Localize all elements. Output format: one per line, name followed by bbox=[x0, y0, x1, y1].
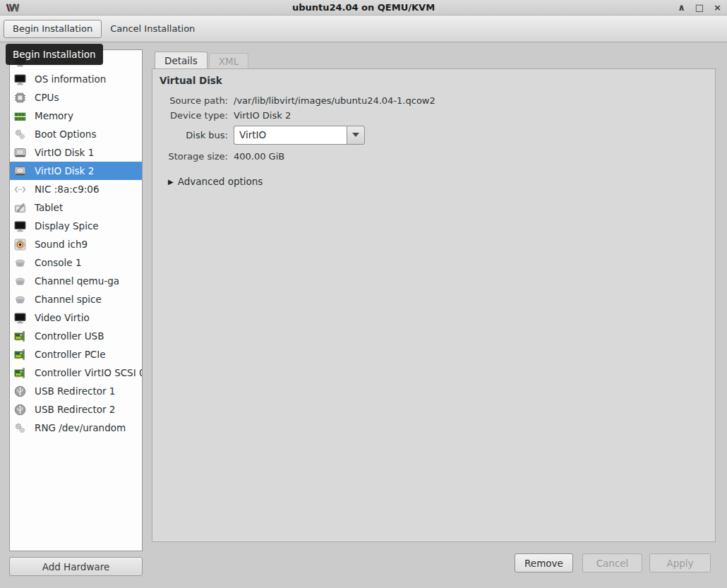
sidebar-item-label: Display Spice bbox=[35, 220, 99, 232]
sidebar-item-label: Sound ich9 bbox=[35, 239, 88, 250]
device-type-row: Device type: VirtIO Disk 2 bbox=[160, 108, 708, 123]
sidebar-item-label: VirtIO Disk 2 bbox=[35, 165, 94, 176]
sidebar-item-controller-virtio-scsi-0[interactable]: Controller VirtIO SCSI 0 bbox=[10, 364, 142, 382]
sidebar-item-cpus[interactable]: CPUs bbox=[10, 88, 142, 107]
sidebar-item-controller-pcie[interactable]: Controller PCIe bbox=[10, 345, 142, 364]
monitor-icon bbox=[14, 73, 26, 85]
sidebar-item-memory[interactable]: Memory bbox=[10, 107, 142, 125]
cancel-installation-button[interactable]: Cancel Installation bbox=[110, 23, 195, 34]
sidebar-item-label: CPUs bbox=[35, 92, 59, 103]
tab-details[interactable]: Details bbox=[155, 52, 208, 68]
disk-bus-row: Disk bus: VirtIO bbox=[160, 123, 708, 147]
sidebar-item-label: VirtIO Disk 1 bbox=[35, 147, 94, 158]
sidebar-item-usb-redirector-1[interactable]: USB Redirector 1 bbox=[10, 382, 142, 400]
serial-icon bbox=[14, 275, 26, 287]
add-hardware-button[interactable]: Add Hardware bbox=[9, 557, 143, 576]
window-title: ubuntu24.04 on QEMU/KVM bbox=[0, 2, 727, 13]
device-type-label: Device type: bbox=[160, 110, 228, 121]
sidebar-item-tablet[interactable]: Tablet bbox=[10, 198, 142, 217]
sidebar-item-rng-dev-urandom[interactable]: RNG /dev/urandom bbox=[10, 419, 142, 437]
serial-icon bbox=[14, 294, 26, 306]
tablet-icon bbox=[14, 202, 26, 214]
remove-button[interactable]: Remove bbox=[515, 553, 573, 572]
hardware-list: OverviewOS informationCPUsMemoryBoot Opt… bbox=[9, 49, 143, 551]
sidebar-item-display-spice[interactable]: Display Spice bbox=[10, 217, 142, 235]
expander-arrow-icon: ▶ bbox=[168, 178, 174, 186]
device-type-value: VirtIO Disk 2 bbox=[234, 110, 291, 121]
sidebar-item-channel-spice[interactable]: Channel spice bbox=[10, 290, 142, 308]
pci-card-icon bbox=[14, 349, 26, 361]
disk-bus-label: Disk bus: bbox=[160, 130, 228, 140]
close-icon[interactable]: × bbox=[714, 0, 721, 16]
sidebar-item-boot-options[interactable]: Boot Options bbox=[10, 125, 142, 143]
chevron-down-icon bbox=[352, 133, 359, 137]
sidebar-item-label: NIC :8a:c9:06 bbox=[35, 184, 100, 195]
sidebar-item-label: Controller PCIe bbox=[35, 349, 106, 360]
source-path-value: /var/lib/libvirt/images/ubuntu24.04-1.qc… bbox=[234, 95, 435, 106]
sidebar-item-label: Console 1 bbox=[35, 257, 81, 268]
sidebar-item-label: Tablet bbox=[35, 202, 63, 213]
sidebar-item-console-1[interactable]: Console 1 bbox=[10, 253, 142, 272]
sidebar-item-virtio-disk-2[interactable]: VirtIO Disk 2 bbox=[10, 162, 142, 180]
sidebar-item-label: RNG /dev/urandom bbox=[35, 422, 126, 433]
advanced-options-label: Advanced options bbox=[178, 176, 263, 187]
disk-bus-combo[interactable]: VirtIO bbox=[234, 126, 365, 145]
begin-installation-tooltip: Begin Installation bbox=[6, 44, 103, 65]
page-title: Virtual Disk bbox=[160, 75, 708, 88]
storage-size-row: Storage size: 400.00 GiB bbox=[160, 147, 708, 166]
advanced-options-expander[interactable]: ▶ Advanced options bbox=[168, 176, 708, 187]
details-page: Virtual Disk Source path: /var/lib/libvi… bbox=[152, 68, 716, 542]
disk-icon bbox=[14, 165, 26, 177]
monitor-icon bbox=[14, 220, 26, 232]
sidebar-item-controller-usb[interactable]: Controller USB bbox=[10, 327, 142, 345]
sidebar-item-channel-qemu-ga[interactable]: Channel qemu-ga bbox=[10, 272, 142, 290]
sidebar-item-label: Channel qemu-ga bbox=[35, 275, 119, 287]
tab-xml[interactable]: XML bbox=[209, 53, 248, 68]
sidebar-item-label: USB Redirector 2 bbox=[35, 404, 115, 415]
storage-size-value: 400.00 GiB bbox=[234, 151, 284, 162]
sidebar-item-label: Video Virtio bbox=[35, 312, 90, 323]
memory-icon bbox=[14, 110, 26, 122]
disk-bus-dropdown-button[interactable] bbox=[347, 126, 365, 145]
source-path-row: Source path: /var/lib/libvirt/images/ubu… bbox=[160, 93, 708, 108]
sidebar-item-sound-ich9[interactable]: Sound ich9 bbox=[10, 235, 142, 253]
sidebar-item-nic-8a-c9-06[interactable]: NIC :8a:c9:06 bbox=[10, 180, 142, 198]
sidebar-item-label: Boot Options bbox=[35, 128, 96, 140]
pci-card-icon bbox=[14, 367, 26, 379]
sidebar-item-label: Memory bbox=[35, 110, 73, 121]
speaker-icon bbox=[14, 239, 26, 251]
sidebar-item-label: Controller VirtIO SCSI 0 bbox=[35, 367, 143, 378]
sidebar-item-os-information[interactable]: OS information bbox=[10, 70, 142, 88]
apply-button[interactable]: Apply bbox=[649, 553, 711, 572]
usb-icon bbox=[14, 385, 26, 397]
toolbar: Begin Installation Cancel Installation bbox=[0, 16, 727, 42]
sidebar-item-label: USB Redirector 1 bbox=[35, 385, 115, 397]
minimize-icon[interactable]: ∧ bbox=[678, 0, 685, 16]
pci-card-icon bbox=[14, 330, 26, 342]
sidebar-item-label: OS information bbox=[35, 73, 106, 85]
cpu-icon bbox=[14, 92, 26, 104]
gears-icon bbox=[14, 128, 26, 140]
maximize-icon[interactable]: □ bbox=[695, 0, 704, 16]
storage-size-label: Storage size: bbox=[160, 151, 228, 162]
disk-bus-value[interactable]: VirtIO bbox=[234, 126, 347, 145]
sidebar-item-video-virtio[interactable]: Video Virtio bbox=[10, 308, 142, 327]
cancel-button[interactable]: Cancel bbox=[582, 553, 642, 572]
titlebar: ubuntu24.04 on QEMU/KVM ∧ □ × bbox=[0, 0, 727, 16]
sidebar-item-usb-redirector-2[interactable]: USB Redirector 2 bbox=[10, 400, 142, 419]
monitor-icon bbox=[14, 312, 26, 324]
gears-icon bbox=[14, 422, 26, 434]
network-icon bbox=[14, 184, 26, 196]
usb-icon bbox=[14, 404, 26, 416]
begin-installation-button[interactable]: Begin Installation bbox=[4, 20, 102, 38]
sidebar-item-virtio-disk-1[interactable]: VirtIO Disk 1 bbox=[10, 143, 142, 162]
disk-icon bbox=[14, 147, 26, 159]
sidebar-item-label: Controller USB bbox=[35, 330, 104, 342]
source-path-label: Source path: bbox=[160, 95, 228, 106]
serial-icon bbox=[14, 257, 26, 269]
sidebar-item-label: Channel spice bbox=[35, 294, 102, 305]
